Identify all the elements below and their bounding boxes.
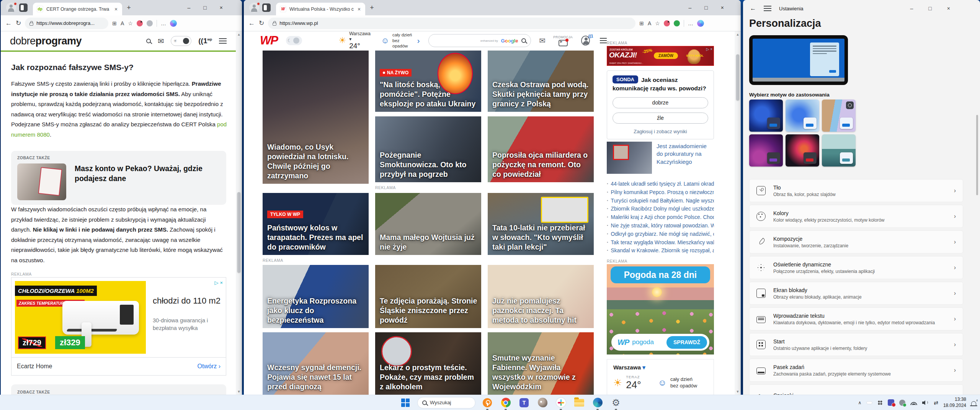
read-aloud-icon[interactable]: A [121,20,124,26]
news-tile[interactable]: Wczesny sygnał demencji. Pojawia się naw… [263,332,369,395]
maximize-button[interactable]: □ [928,5,931,11]
minimize-button[interactable]: – [910,5,913,11]
menu-icon[interactable] [219,38,227,44]
search-icon[interactable] [146,39,151,43]
minimize-button[interactable]: – [689,5,692,11]
ad-order-button[interactable]: ZAMÓW [654,52,678,59]
news-tile[interactable]: Te zdjęcia porażają. Stronie Śląskie zni… [375,265,481,328]
scroll-up-icon[interactable]: ▲ [236,33,242,36]
setting-item-pasek-zadan[interactable]: Pasek zadańZachowania paska zadań, przyp… [749,359,963,382]
news-tile[interactable]: Już nie pomalujesz paznokci inaczej. Ta … [488,265,594,328]
more-menu-icon[interactable]: … [688,20,693,26]
ad-title[interactable]: chłodzi do 110 m2 [153,296,222,307]
copilot-icon[interactable] [170,20,177,27]
maximize-button[interactable]: □ [203,5,206,11]
news-tile[interactable]: Poprosiła ojca miliardera o pożyczkę na … [488,116,594,182]
theme-thumbnail-sunrise[interactable] [822,134,856,167]
see-also-box[interactable]: ZOBACZ TAKŻE Masz konto w Pekao? Uważaj,… [11,151,226,205]
taskbar-slack-icon[interactable] [554,396,567,409]
browser-profile-avatar[interactable] [6,3,16,13]
taskbar-chrome-icon[interactable] [499,396,512,409]
news-tile[interactable]: Pożegnanie Smoktunowicza. Oto kto przyby… [375,116,481,182]
tray-active-app[interactable] [866,401,872,404]
theme-thumbnail-glow[interactable] [749,134,783,167]
search-input[interactable]: enhanced by Google [428,34,531,47]
tray-clover-icon[interactable] [877,400,883,405]
volume-icon[interactable] [922,400,929,405]
taskbar-edge-icon[interactable] [591,396,604,409]
browser-profile-avatar[interactable] [249,3,259,13]
ad-creative[interactable]: CHŁODZI/OGRZEWA 100M2 ZAKRES TEMPERATURY… [15,281,146,354]
back-icon[interactable]: ← [750,5,756,12]
see-also-title[interactable]: Masz konto w Pekao? Uważaj, gdzie podaje… [75,163,220,184]
split-screen-icon[interactable]: ⊞ [639,20,644,26]
news-tile[interactable]: Lekarz o prostym teście. Pokaże, czy mas… [375,332,481,395]
wifi-icon[interactable] [910,400,917,405]
setting-item-kompozycje[interactable]: KompozycjeInstalowanie, tworzenie, zarzą… [749,230,963,253]
featured-news-item[interactable]: Jest zawiadomienie do prokuratury na Kac… [607,142,714,174]
start-button[interactable] [399,396,412,409]
wp1-brand-icon[interactable]: ((1wp [198,37,212,45]
forecast-chevron-icon[interactable]: › [417,36,420,45]
settings-scrollbar[interactable] [976,34,978,387]
close-button[interactable]: × [721,5,724,11]
list-item[interactable]: 44-latek ukradł setki tysięcy zł. Latami… [607,180,714,188]
poll-option-dobrze[interactable]: dobrze [612,97,708,108]
setting-item-czcionki[interactable]: AaCzcionki› [749,384,963,395]
setting-item-kolory[interactable]: KoloryKolor wiodący, efekty przezroczyst… [749,205,963,228]
news-tile[interactable]: Wiadomo, co Usyk powiedział na lotnisku.… [263,51,369,184]
theme-thumbnail-spotlight[interactable] [822,100,856,132]
maximize-button[interactable]: □ [704,5,707,11]
workspaces-icon[interactable] [19,3,28,12]
tab-close-icon[interactable]: × [357,6,361,12]
news-tile[interactable]: NA ŻYWO"Na litość boską, pomóżcie". Potę… [375,51,481,112]
mail-icon[interactable]: ✉ [158,37,164,46]
setting-item-oswietlenie[interactable]: Oświetlenie dynamicznePołączone urządzen… [749,256,963,279]
news-tile[interactable]: TYLKO W WPPaństwowy kolos w tarapatach. … [263,193,369,255]
news-tile[interactable]: Mama małego Wojtusia już nie żyje [375,193,481,255]
pogoda-ad[interactable]: Pogoda na 28 dni WP pogoda SPRAWDŹ [607,264,714,354]
dark-mode-toggle[interactable]: ☀ [171,36,191,46]
theme-thumbnail-dark[interactable] [749,100,783,132]
promo-video-button[interactable]: PROMOCJA [553,35,573,46]
refresh-button[interactable]: ↻ [16,19,21,27]
taskbar-explorer-icon[interactable] [573,396,586,409]
dark-mode-toggle[interactable]: ☾ [286,36,302,45]
sidebar-ad-banner[interactable]: ZOSTAŃ KRÓLEM OKAZJI! -25% ZAMÓW SYTY KR… [607,46,714,66]
close-button[interactable]: × [947,5,950,11]
theme-thumbnail-flow[interactable] [786,134,819,167]
list-item[interactable]: Odkrył go grzybiarz. Nie mógł się nadziw… [607,230,714,238]
split-screen-icon[interactable]: ⊞ [112,20,117,26]
copilot-icon[interactable] [697,20,704,27]
back-button[interactable]: ← [248,20,255,27]
list-item[interactable]: Turyści osłupieli nad Bałtykiem. Nagle w… [607,197,714,205]
workspaces-icon[interactable] [262,3,271,12]
news-tile[interactable]: Tata 10-latki nie przebierał w słowach. … [488,193,594,255]
taskbar-settings-icon[interactable]: ⚙ [609,396,622,409]
favorites-star-icon[interactable]: ☆ [655,20,660,26]
extension-icon-2[interactable] [147,20,153,26]
sync-icon[interactable]: ⇄ [934,400,938,406]
ad-unit[interactable]: ▷× CHŁODZI/OGRZEWA 100M2 ZAKRES TEMPERAT… [11,277,226,376]
address-bar[interactable]: https://www.wp.pl [268,18,635,29]
tray-teams-icon[interactable] [888,399,894,406]
list-item[interactable]: Maleńki kraj z Azji chce pomóc Polsce. C… [607,213,714,222]
tab-wp[interactable]: W Wirtualna Polska - Wszystko co w × [276,3,365,15]
poll-option-zle[interactable]: źle [612,113,708,124]
list-item[interactable]: Pilny komunikat Pepco. Proszą o niezwłoc… [607,188,714,197]
taskbar-gimp-icon[interactable] [536,396,549,409]
news-tile[interactable]: Czeska Ostrawa pod wodą. Skutki pęknięci… [488,51,594,112]
adchoices-icons[interactable]: ▷× [214,280,223,286]
adchoices-icons[interactable]: ▷ × [706,47,712,51]
setting-item-start[interactable]: StartOstatnio używane aplikacje i elemen… [749,333,963,356]
scroll-up-icon[interactable]: ▲ [735,33,741,36]
setting-item-tlo[interactable]: TłoObraz tła, kolor, pokaz slajdów› [749,179,963,202]
list-item[interactable]: Tak teraz wygląda Wrocław. Mieszkańcy wa… [607,238,714,247]
poll-results-link[interactable]: Zagłosuj i zobacz wyniki [612,129,708,134]
favorites-star-icon[interactable]: ☆ [128,20,133,26]
tab-close-icon[interactable]: × [114,6,118,12]
setting-item-wprowadzanie[interactable]: Wprowadzanie tekstuKlawiatura dotykowa, … [749,307,963,330]
featured-title[interactable]: Jest zawiadomienie do prokuratury na Kac… [657,142,714,174]
tab-cert-orange[interactable]: dp CERT Orange ostrzega. Trwa atak × [33,3,122,15]
taskbar-clock[interactable]: 13:3818.09.2024 [943,397,966,408]
